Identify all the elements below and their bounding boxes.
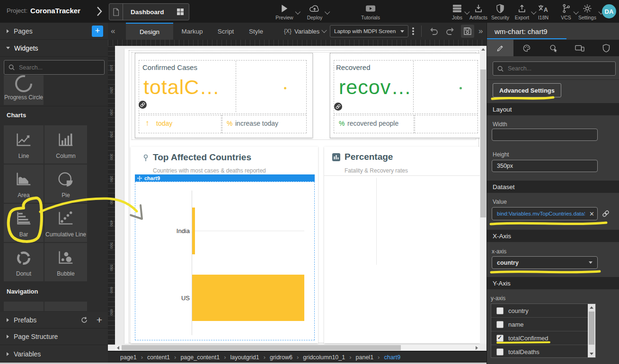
move-icon[interactable] [137,176,142,181]
vcs-caret-icon[interactable] [573,9,578,14]
widget-search-input[interactable] [18,64,100,71]
variables-menu[interactable]: {X} Variables [284,23,326,40]
listbox-scroll-thumb[interactable] [589,312,594,345]
y-axis-option-name[interactable]: name [491,318,588,331]
dataset-value-input[interactable]: bind:Variables.mvTopCountries.dataSe ✕ [492,207,598,220]
width-input[interactable] [492,129,598,141]
jobs-button[interactable]: Jobs [452,3,462,20]
security-button[interactable]: Security [491,3,509,20]
bar-india[interactable] [192,208,195,254]
sidebar-section-pages[interactable]: Pages + [0,23,108,40]
scroll-right-icon[interactable] [476,346,478,350]
project-breadcrumb[interactable]: Project: CoronaTracker [7,7,80,15]
tab-security-shield-icon[interactable] [593,40,619,56]
tab-script[interactable]: Script [211,23,240,40]
deploy-caret-icon[interactable] [325,9,330,14]
height-input[interactable] [492,160,598,172]
settings-button[interactable]: Settings [578,3,596,20]
artifacts-button[interactable]: Artifacts [469,3,487,20]
page-tab[interactable]: Dashboard [109,3,189,20]
save-icon[interactable] [461,25,474,38]
widget-tile-line[interactable]: Line [4,125,44,164]
scroll-up-icon[interactable] [481,48,485,51]
refresh-icon[interactable] [80,316,88,324]
deploy-button[interactable]: Deploy [307,3,323,20]
bind-link-icon[interactable] [602,210,610,217]
scroll-left-icon[interactable] [117,346,119,350]
widget-tile-column[interactable]: Column [44,125,87,164]
widget-search-box[interactable] [4,60,105,75]
properties-search-box[interactable] [493,61,616,76]
top-affected-panel[interactable]: Top Affected Countries Countries with mo… [131,147,318,343]
tab-properties-pencil-icon[interactable] [487,40,513,56]
breadcrumb-item[interactable]: layoutgrid1 [230,354,259,361]
grid-icon[interactable] [177,8,189,16]
avatar[interactable]: DA [602,4,616,18]
widget-tile-area[interactable]: Area [4,165,44,203]
recovered-total-value[interactable]: recov… [339,76,412,99]
breadcrumb-item[interactable]: page1 [120,354,137,361]
y-axis-option-totaldeaths[interactable]: totalDeaths [491,345,588,358]
widget-tile-bubble[interactable]: Bubble [44,243,87,281]
widget-tile-pie[interactable]: Pie [44,165,87,203]
clear-bind-icon[interactable]: ✕ [589,210,594,217]
advanced-settings-button[interactable]: Advanced Settings [493,83,561,97]
export-button[interactable]: Export [515,3,529,20]
breadcrumb-item[interactable]: panel1 [356,354,374,361]
export-caret-icon[interactable] [531,9,537,14]
scroll-down-icon[interactable] [590,353,593,355]
breadcrumb-item[interactable]: gridcolumn10_1 [303,354,345,361]
selected-widget-bar[interactable]: chart9 [135,174,315,182]
percentage-panel[interactable]: Percentage Fatality & Recovery rates [324,147,480,343]
sidebar-section-page-structure[interactable]: Page Structure [0,329,108,345]
y-axis-option-country[interactable]: country [491,304,588,318]
tab-design[interactable]: Design [126,23,173,40]
preview-caret-icon[interactable] [295,9,301,14]
listbox-scrollbar[interactable] [588,304,595,357]
vscroll-thumb[interactable] [480,69,486,217]
canvas-hscrollbar[interactable] [115,345,480,351]
add-prefab-icon[interactable]: + [97,316,102,324]
tab-devices-icon[interactable] [566,40,593,56]
tab-inspect-cursor-zoom-icon[interactable] [540,40,566,56]
sidebar-section-widgets[interactable]: Widgets [0,40,108,57]
widget-tile-donut[interactable]: Donut [4,243,44,281]
confirmed-total-value[interactable]: totalC… [143,76,220,99]
vcs-button[interactable]: VCS [561,3,571,20]
add-page-button[interactable]: + [92,26,103,37]
widget-tile-progress-circle[interactable]: Progress Circle [4,75,44,105]
bar-us[interactable] [192,275,304,321]
chart-widget[interactable]: India US [135,182,315,340]
kebab-menu-icon[interactable] [409,26,417,37]
canvas-vscrollbar[interactable] [480,46,486,344]
checkbox[interactable] [496,348,504,355]
tab-styles-palette-icon[interactable] [513,40,540,56]
device-select[interactable]: Laptop with MDPI Screen [330,25,408,37]
widget-tile-bar[interactable]: Bar [4,204,44,242]
collapse-left-panel-icon[interactable]: « [111,26,115,36]
properties-search-input[interactable] [507,65,606,72]
widget-tile-partial-2[interactable] [44,302,87,311]
checkbox[interactable] [496,307,504,314]
sidebar-section-prefabs[interactable]: Prefabs + [0,312,108,329]
preview-button[interactable]: Preview [275,3,293,20]
widget-tile-partial-1[interactable] [4,302,44,311]
scroll-up-icon[interactable] [590,306,593,309]
redo-icon[interactable] [445,26,455,36]
expand-right-panel-icon[interactable]: » [478,26,483,36]
breadcrumb-item[interactable]: content1 [147,354,170,361]
i18n-button[interactable]: A I18N [538,3,549,20]
confirmed-cases-card[interactable]: Confirmed Cases totalC… ↑ today % increa… [135,53,313,138]
widget-tile-cumulative-line[interactable]: Cumulative Line [44,204,87,242]
breadcrumb-item[interactable]: gridrow6 [270,354,292,361]
undo-icon[interactable] [429,26,439,36]
breadcrumb-item[interactable]: page_content1 [180,354,220,361]
tutorials-button[interactable]: Tutorials [361,3,380,20]
checkbox[interactable] [496,335,504,342]
tab-style[interactable]: Style [242,23,270,40]
tab-markup[interactable]: Markup [175,23,209,40]
breadcrumb-item-active[interactable]: chart9 [384,354,400,361]
project-chevron-icon[interactable] [96,6,103,17]
x-axis-select[interactable]: country [492,256,598,269]
checkbox[interactable] [496,321,504,328]
